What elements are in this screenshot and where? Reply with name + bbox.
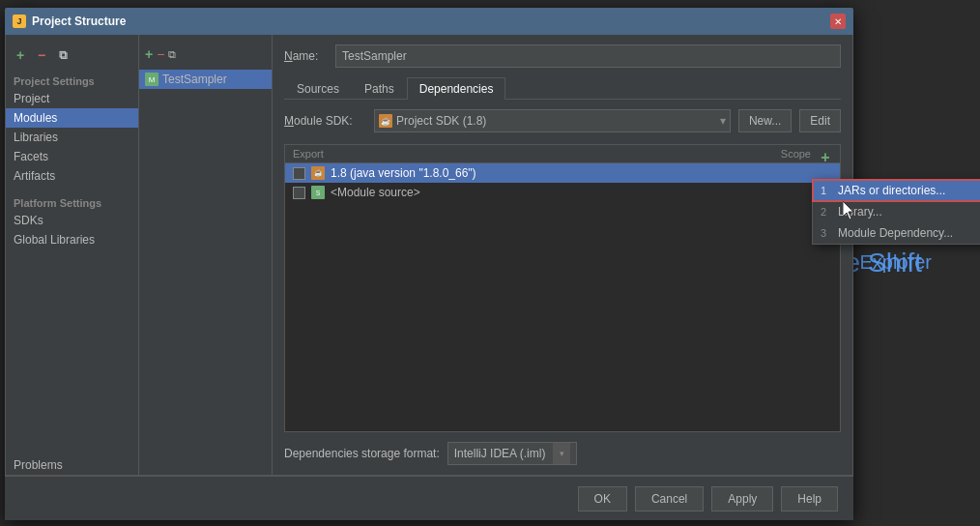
sdk-select[interactable]: ☕ Project SDK (1.8) ▾ (374, 109, 731, 132)
dep-row-text: <Module source> (331, 186, 832, 199)
add-dependency-popup: 1 JARs or directories... 2 Library... 3 … (812, 179, 980, 245)
popup-item-num: 1 (821, 185, 832, 196)
tab-dependencies[interactable]: Dependencies (407, 77, 506, 100)
add-button[interactable]: + (145, 46, 153, 62)
sdk-row: Module SDK: ☕ Project SDK (1.8) ▾ New...… (284, 109, 841, 132)
sidebar-item-modules[interactable]: Modules (6, 108, 138, 128)
sidebar-item-sdks[interactable]: SDKs (6, 211, 138, 230)
export-checkbox[interactable] (293, 167, 305, 180)
left-sidebar: + − ⧉ Project Settings Project Modules L… (6, 35, 139, 475)
sidebar-item-problems[interactable]: Problems (6, 455, 138, 475)
popup-item-num: 3 (821, 227, 832, 239)
dialog-body: + − ⧉ Project Settings Project Modules L… (5, 35, 853, 476)
sdk-new-button[interactable]: New... (738, 109, 792, 132)
name-input[interactable] (335, 44, 841, 68)
storage-row: Dependencies storage format: IntelliJ ID… (284, 442, 841, 465)
popup-item-jars[interactable]: 1 JARs or directories... (813, 180, 980, 201)
popup-item-label: Module Dependency... (838, 226, 953, 240)
modules-panel: + − ⧉ M TestSampler (139, 35, 273, 475)
module-icon: M (145, 73, 159, 86)
bg-explorer-text: Explorer (860, 251, 932, 274)
popup-item-label: Library... (838, 205, 882, 219)
sidebar-toolbar: + − ⧉ (6, 43, 138, 68)
dep-row-text: 1.8 (java version "1.8.0_66") (331, 166, 832, 180)
copy-button[interactable]: ⧉ (168, 48, 176, 61)
sidebar-item-global-libraries[interactable]: Global Libraries (6, 230, 138, 249)
add-module-button[interactable]: + (12, 46, 29, 64)
sdk-dropdown-arrow: ▾ (720, 114, 726, 128)
popup-item-label: JARs or directories... (838, 184, 945, 197)
table-header: Export Scope + (285, 145, 840, 163)
close-button[interactable]: ✕ (830, 14, 846, 29)
dependencies-table: Export Scope + ☕ 1.8 (java version "1.8.… (284, 144, 841, 432)
apply-button[interactable]: Apply (711, 486, 773, 511)
storage-label: Dependencies storage format: (284, 447, 440, 460)
module-name: TestSampler (162, 73, 227, 86)
popup-item-num: 2 (821, 206, 832, 218)
popup-item-library[interactable]: 2 Library... (813, 201, 980, 222)
sidebar-item-project[interactable]: Project (6, 89, 138, 108)
add-dependency-button[interactable]: + (817, 149, 834, 166)
sidebar-item-libraries[interactable]: Libraries (6, 128, 138, 147)
platform-settings-section: Platform Settings (6, 193, 138, 211)
project-settings-section: Project Settings (6, 72, 138, 89)
copy-module-button[interactable]: ⧉ (54, 46, 72, 64)
remove-button[interactable]: − (157, 46, 164, 62)
remove-module-button[interactable]: − (33, 46, 50, 64)
app-icon: J (13, 15, 26, 28)
sdk-value: Project SDK (1.8) (396, 114, 486, 128)
storage-value: IntelliJ IDEA (.iml) (454, 447, 546, 460)
export-col-header: Export (285, 148, 362, 160)
project-structure-dialog: J Project Structure ✕ + − ⧉ Project Sett… (5, 8, 853, 520)
dialog-title: Project Structure (32, 15, 824, 28)
sdk-edit-button[interactable]: Edit (799, 109, 841, 132)
title-bar: J Project Structure ✕ (5, 8, 853, 35)
export-checkbox[interactable] (293, 187, 305, 199)
popup-item-module-dep[interactable]: 3 Module Dependency... (813, 222, 980, 244)
storage-select[interactable]: IntelliJ IDEA (.iml) ▾ (447, 442, 578, 465)
table-row[interactable]: S <Module source> (285, 183, 840, 202)
tab-sources[interactable]: Sources (284, 77, 352, 100)
source-icon: S (311, 186, 325, 199)
table-row[interactable]: ☕ 1.8 (java version "1.8.0_66") (285, 163, 840, 183)
sdk-icon: ☕ (379, 114, 392, 128)
sdk-label: Module SDK: (284, 114, 366, 128)
cancel-button[interactable]: Cancel (635, 486, 704, 511)
jdk-icon: ☕ (311, 166, 325, 180)
tab-paths[interactable]: Paths (352, 77, 407, 100)
sidebar-item-facets[interactable]: Facets (6, 147, 138, 166)
sidebar-item-artifacts[interactable]: Artifacts (6, 166, 138, 186)
storage-dropdown-arrow[interactable]: ▾ (553, 443, 570, 464)
help-button[interactable]: Help (781, 486, 838, 511)
name-label: Name: (284, 49, 328, 63)
module-item-testsampler[interactable]: M TestSampler (139, 70, 272, 89)
dialog-footer: OK Cancel Apply Help (5, 476, 853, 520)
tabs: Sources Paths Dependencies (284, 77, 841, 100)
ok-button[interactable]: OK (578, 486, 627, 511)
name-row: Name: (284, 44, 841, 68)
content-area: Name: Sources Paths Dependencies Module … (273, 35, 852, 475)
